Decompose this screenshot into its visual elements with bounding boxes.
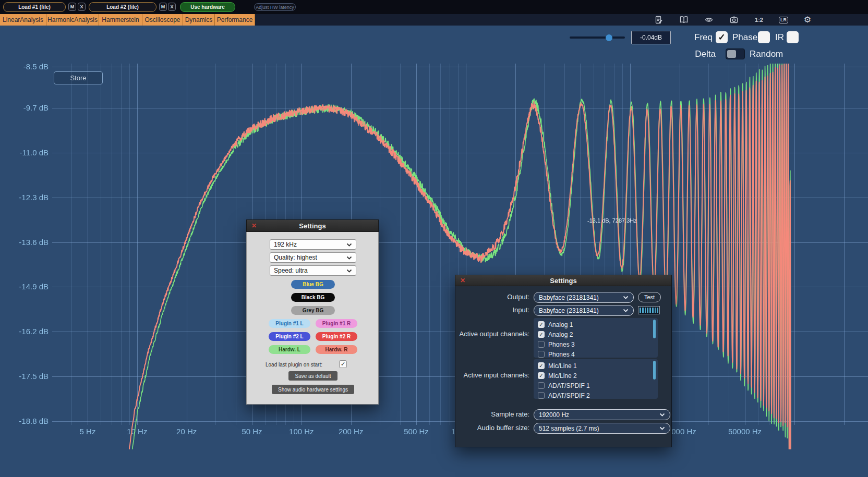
meter-bar: [647, 308, 648, 313]
channel-checkbox[interactable]: ✓: [538, 331, 545, 338]
channel-checkbox[interactable]: [538, 392, 545, 399]
speed-select[interactable]: Speed: ultra: [270, 265, 356, 276]
channel-label: Phones 3: [548, 341, 575, 348]
plugin-1-x-button[interactable]: X: [78, 3, 86, 11]
freq-label: Freq: [688, 31, 713, 44]
frequency-response-plot[interactable]: [0, 0, 868, 477]
list-item[interactable]: Phones 4: [534, 349, 658, 358]
eye-icon[interactable]: [703, 15, 715, 25]
channel-checkbox[interactable]: ✓: [538, 321, 545, 328]
manual-book-icon[interactable]: [678, 15, 690, 25]
output-device-value: Babyface (23181341): [539, 294, 599, 301]
black-bg-button[interactable]: Black BG: [291, 293, 335, 302]
hardware-right-color-button[interactable]: Hardw. R: [316, 345, 357, 354]
test-output-button[interactable]: Test: [638, 292, 661, 302]
buffer-size-select[interactable]: 512 samples (2.7 ms): [534, 423, 670, 434]
list-item[interactable]: ✓Mic/Line 1: [534, 361, 658, 371]
channel-checkbox[interactable]: [538, 341, 545, 348]
plugin-1-m-button[interactable]: M: [68, 3, 76, 11]
load-plugin-1-button[interactable]: Load #1 (file): [3, 2, 66, 12]
close-icon[interactable]: ✕: [460, 277, 465, 284]
save-as-default-button[interactable]: Save as default: [288, 371, 337, 381]
ir-label: IR: [775, 31, 786, 44]
meter-bar: [652, 308, 654, 313]
channel-checkbox[interactable]: [538, 382, 545, 389]
phase-checkbox[interactable]: [758, 31, 770, 43]
plugin2-left-color-button[interactable]: Plugin #2 L: [269, 332, 310, 341]
delta-label: Delta: [691, 48, 716, 60]
show-audio-hardware-settings-button[interactable]: Show audio hardware settings: [272, 385, 354, 394]
delta-random-toggle[interactable]: [726, 48, 745, 59]
lr-badge: LR: [779, 17, 788, 23]
meter-bar: [655, 308, 656, 313]
audio-settings-titlebar[interactable]: ✕ Settings: [455, 275, 672, 286]
settings-gear-icon[interactable]: ⚙: [802, 15, 813, 25]
active-output-channels-label: Active output channels:: [455, 330, 529, 338]
chevron-down-icon: [346, 243, 352, 247]
tab-oscilloscope[interactable]: Oscilloscope: [142, 14, 183, 26]
channel-checkbox[interactable]: ✓: [538, 362, 545, 369]
blue-bg-button[interactable]: Blue BG: [291, 280, 335, 289]
close-icon[interactable]: ✕: [251, 222, 257, 229]
list-item[interactable]: ADAT/SPDIF 2: [534, 390, 658, 399]
lr-channels-icon[interactable]: LR: [778, 15, 789, 25]
input-device-value: Babyface (23181341): [539, 307, 599, 314]
chevron-down-icon: [623, 309, 629, 312]
chevron-down-icon: [659, 413, 665, 417]
input-level-meter: [638, 306, 660, 314]
grey-bg-button[interactable]: Grey BG: [291, 306, 335, 315]
chevron-down-icon: [346, 269, 352, 273]
tab-linear-analysis[interactable]: LinearAnalysis: [0, 14, 46, 26]
channel-label: ADAT/SPDIF 1: [548, 382, 590, 389]
chevron-down-icon: [346, 256, 352, 260]
hw-sample-rate-select[interactable]: 192000 Hz: [534, 409, 670, 420]
adjust-hw-latency-button[interactable]: Adjust HW latency: [254, 3, 296, 11]
channel-label: Analog 1: [548, 321, 573, 328]
quality-value: Quality: highest: [274, 254, 317, 261]
list-item[interactable]: ✓Analog 1: [534, 320, 658, 329]
list-item[interactable]: ADAT/SPDIF 1: [534, 381, 658, 390]
random-label: Random: [750, 48, 783, 60]
gain-slider-knob[interactable]: [606, 34, 612, 41]
scrollbar[interactable]: [653, 361, 656, 380]
store-button[interactable]: Store: [54, 71, 103, 84]
freq-checkbox[interactable]: ✓: [716, 31, 728, 43]
list-item[interactable]: ✓Mic/Line 2: [534, 371, 658, 381]
tab-performance[interactable]: Performance: [215, 14, 255, 26]
gain-slider-track[interactable]: [570, 36, 625, 39]
plugin1-right-color-button[interactable]: Plugin #1 R: [316, 319, 357, 328]
gain-value-box: -0.04dB: [631, 31, 671, 44]
scrollbar[interactable]: [653, 320, 656, 338]
display-settings-titlebar[interactable]: ✕ Settings: [246, 219, 379, 232]
chevron-down-icon: [659, 426, 665, 430]
tab-hammerstein[interactable]: Hammerstein: [99, 14, 142, 26]
channel-checkbox[interactable]: ✓: [538, 372, 545, 379]
list-item[interactable]: Phones 3: [534, 339, 658, 349]
use-hardware-button[interactable]: Use hardware: [180, 2, 235, 12]
plugin-2-m-button[interactable]: M: [159, 3, 167, 11]
sample-rate-select[interactable]: 192 kHz: [270, 239, 356, 250]
plugin-2-x-button[interactable]: X: [168, 3, 176, 11]
toggle-knob: [727, 50, 736, 58]
screenshot-camera-icon[interactable]: [728, 15, 740, 25]
output-channel-list: ✓Analog 1 ✓Analog 2 Phones 3 Phones 4: [534, 318, 658, 358]
channel-label: ADAT/SPDIF 2: [548, 392, 590, 399]
tab-harmonic-analysis[interactable]: HarmonicAnalysis: [46, 14, 99, 26]
plugin2-right-color-button[interactable]: Plugin #2 R: [316, 332, 357, 341]
list-item[interactable]: ✓Analog 2: [534, 329, 658, 339]
compare-1-2-icon[interactable]: 1:2: [753, 15, 765, 25]
ir-checkbox[interactable]: [787, 31, 799, 43]
tab-dynamics[interactable]: Dynamics: [183, 14, 215, 26]
meter-bar: [657, 308, 658, 313]
hardware-left-color-button[interactable]: Hardw. L: [269, 345, 310, 354]
quality-select[interactable]: Quality: highest: [270, 252, 356, 263]
load-plugin-2-button[interactable]: Load #2 (file): [89, 2, 156, 12]
notes-icon[interactable]: [653, 15, 665, 25]
plugin1-left-color-button[interactable]: Plugin #1 L: [269, 319, 310, 328]
output-label: Output:: [455, 293, 529, 301]
load-last-plugin-checkbox[interactable]: ✓: [339, 360, 347, 368]
channel-checkbox[interactable]: [538, 351, 545, 358]
output-device-select[interactable]: Babyface (23181341): [534, 292, 634, 303]
input-device-select[interactable]: Babyface (23181341): [534, 305, 634, 316]
hw-sample-rate-value: 192000 Hz: [539, 411, 569, 419]
